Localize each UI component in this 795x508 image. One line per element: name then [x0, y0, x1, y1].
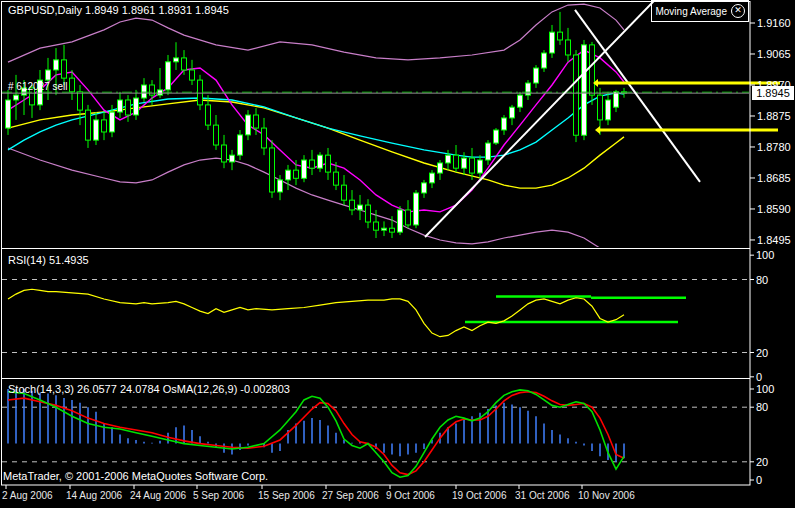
falling-trendline[interactable] [575, 10, 700, 182]
candle-body [446, 155, 451, 163]
candle-body [6, 100, 11, 128]
candle-body [110, 112, 115, 132]
rsi-axis-label: 100 [756, 249, 774, 261]
candle-body [246, 115, 251, 135]
candle-body [414, 193, 419, 225]
order-label: # 612027 sell [8, 81, 68, 93]
candle-body [166, 62, 171, 90]
candle-body [286, 170, 291, 180]
candle-body [582, 45, 587, 135]
candle-body [118, 100, 123, 112]
bollinger-lower-band [8, 148, 624, 262]
candle-body [438, 163, 443, 173]
candle-body [302, 160, 307, 178]
date-axis-label: 31 Oct 2006 [515, 490, 569, 501]
candle-body [14, 95, 19, 100]
date-axis-label: 27 Sep 2006 [322, 490, 379, 501]
candle-body [510, 107, 515, 118]
price-axis-label: 1.8590 [757, 203, 791, 215]
candle-body [86, 110, 91, 140]
rsi-axis-label: 0 [756, 371, 762, 383]
stoch-main-line [8, 390, 624, 477]
date-axis-label: 2 Aug 2006 [2, 490, 53, 501]
rising-trendline[interactable] [425, 0, 655, 237]
candle-body [430, 173, 435, 183]
candle-body [358, 205, 363, 210]
candle-body [462, 158, 467, 168]
stoch-axis-label: 80 [756, 401, 768, 413]
candle-body [254, 115, 259, 128]
candle-body [478, 160, 483, 173]
stoch-axis-label: 100 [756, 383, 774, 395]
candle-body [614, 92, 619, 107]
date-axis-label: 14 Aug 2006 [66, 490, 122, 501]
candle-body [134, 98, 139, 115]
candle-body [94, 120, 99, 140]
copyright-text: MetaTrader, © 2001-2006 MetaQuotes Softw… [3, 470, 268, 482]
candle-body [318, 155, 323, 168]
chart-canvas [0, 0, 795, 508]
candle-body [574, 55, 579, 135]
price-axis-label: 1.8780 [757, 141, 791, 153]
date-axis-label: 9 Oct 2006 [386, 490, 435, 501]
candle-body [222, 145, 227, 162]
stoch-axis-label: 0 [756, 474, 762, 486]
candle-body [126, 100, 131, 115]
stoch-panel [2, 389, 749, 477]
date-axis-label: 5 Sep 2006 [193, 490, 244, 501]
candle-body [326, 155, 331, 172]
candle-body [294, 170, 299, 178]
price-axis-label: 1.8685 [757, 172, 791, 184]
candle-body [78, 92, 83, 110]
candle-body [262, 128, 267, 148]
metatrader-chart-window: GBPUSD,Daily 1.8949 1.8961 1.8931 1.8945… [0, 0, 795, 508]
remove-indicator-icon[interactable]: ✕ [731, 4, 745, 18]
rsi-axis-label: 80 [756, 274, 768, 286]
candle-body [366, 205, 371, 222]
candle-body [534, 68, 539, 83]
chart-title: GBPUSD,Daily 1.8949 1.8961 1.8931 1.8945 [8, 4, 229, 16]
price-axis-label: 1.8875 [757, 110, 791, 122]
stoch-indicator-label: Stoch(14,3,3) 26.0577 24.0784 OsMA(12,26… [8, 383, 290, 395]
candle-body [182, 58, 187, 70]
candle-body [278, 180, 283, 192]
candle-body [174, 58, 179, 62]
date-axis-label: 24 Aug 2006 [130, 490, 186, 501]
candle-body [598, 95, 603, 120]
moving-average-cyan [8, 93, 624, 157]
price-axis-label: 1.9160 [757, 17, 791, 29]
rsi-indicator-label: RSI(14) 51.4935 [8, 254, 89, 266]
ray-anchor-arrow [595, 126, 600, 134]
candle-body [102, 120, 107, 132]
candle-body [542, 53, 547, 68]
candle-body [270, 148, 275, 192]
candle-body [390, 228, 395, 232]
candle-body [382, 228, 387, 230]
candle-body [190, 70, 195, 80]
candle-body [334, 172, 339, 185]
rsi-panel [2, 280, 749, 353]
candle-body [566, 40, 571, 55]
candle-body [606, 100, 611, 120]
candle-body [70, 78, 75, 92]
candle-body [62, 60, 67, 78]
stoch-axis-label: 20 [756, 456, 768, 468]
candle-body [46, 70, 51, 80]
rsi-axis-label: 20 [756, 347, 768, 359]
candle-body [590, 45, 595, 95]
candle-body [550, 32, 555, 53]
date-axis-label: 15 Sep 2006 [258, 490, 315, 501]
candle-body [398, 210, 403, 232]
candle-body [470, 158, 475, 173]
indicator-label-box: Moving Average ✕ [651, 0, 749, 22]
panel-frame [2, 2, 751, 486]
price-axis-label: 1.9065 [757, 48, 791, 60]
candle-body [142, 85, 147, 98]
candle-body [422, 183, 427, 193]
candle-body [350, 200, 355, 210]
price-axis-label: 1.8970 [757, 79, 791, 91]
candle-body [518, 95, 523, 107]
candle-body [206, 105, 211, 125]
candle-body [158, 90, 163, 95]
candle-body [486, 143, 491, 160]
